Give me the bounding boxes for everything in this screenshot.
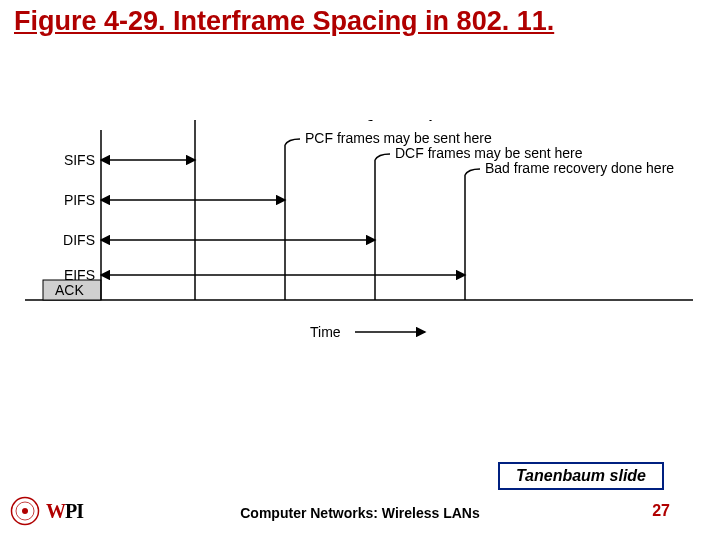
control-caption: Control frame or next fragment may be se… <box>215 120 518 121</box>
attribution-box: Tanenbaum slide <box>498 462 664 490</box>
slide-title: Figure 4-29. Interframe Spacing in 802. … <box>14 4 554 39</box>
wpi-wordmark: WPI <box>46 500 83 523</box>
eifs-label: EIFS <box>64 267 95 283</box>
interframe-diagram: ACK SIFS PIFS DIFS EIFS Control frame or… <box>25 120 695 360</box>
sifs-label: SIFS <box>64 152 95 168</box>
wpi-seal-icon <box>10 496 40 526</box>
page-number: 27 <box>652 502 670 520</box>
wpi-logo: WPI <box>10 496 83 526</box>
footer-text: Computer Networks: Wireless LANs <box>240 505 479 521</box>
ack-label: ACK <box>55 282 84 298</box>
pcf-caption: PCF frames may be sent here <box>305 130 492 146</box>
difs-label: DIFS <box>63 232 95 248</box>
dcf-caption: DCF frames may be sent here <box>395 145 583 161</box>
time-label: Time <box>310 324 341 340</box>
bad-caption: Bad frame recovery done here <box>485 160 674 176</box>
pifs-label: PIFS <box>64 192 95 208</box>
svg-point-16 <box>22 508 28 514</box>
